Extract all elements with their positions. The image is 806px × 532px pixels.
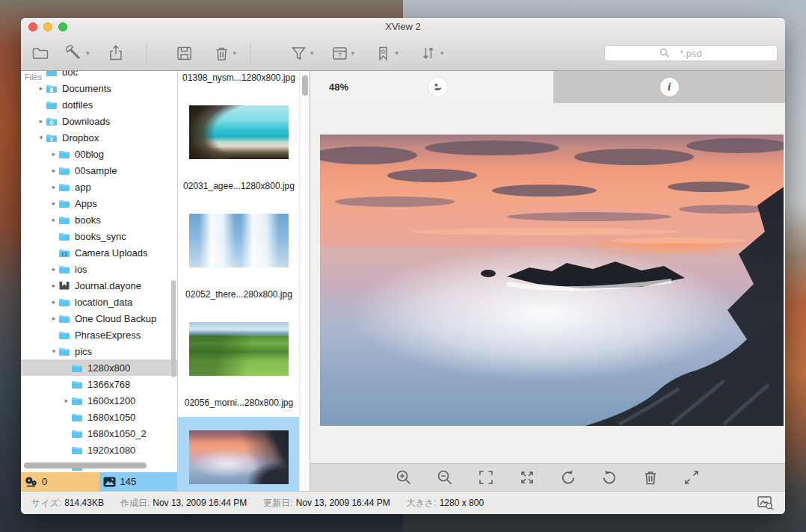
tree-item-app[interactable]: ▸app bbox=[21, 179, 177, 195]
thumbnail-scrollbar-thumb[interactable] bbox=[302, 75, 308, 96]
thumbnail-selection-zone[interactable] bbox=[178, 92, 300, 179]
thumbnail-image[interactable] bbox=[189, 430, 289, 484]
main-photo[interactable] bbox=[320, 134, 784, 426]
tree-item-1920x1080[interactable]: 1920x1080 bbox=[21, 442, 177, 458]
bookmark-filter-button[interactable]: ▾ bbox=[374, 44, 399, 63]
filter-button[interactable]: ▾ bbox=[289, 44, 314, 63]
titlebar[interactable]: XView 2 bbox=[21, 18, 785, 36]
tab-info-view[interactable]: i bbox=[553, 71, 785, 103]
rotate-left-button[interactable] bbox=[559, 468, 577, 486]
fit-to-window-button[interactable] bbox=[477, 468, 495, 486]
tree-item-doc[interactable]: doc bbox=[21, 71, 177, 80]
folder-sidebar: Files doc▸Documentsdotfiles▸Downloads▾Dr… bbox=[21, 71, 178, 491]
disclosure-triangle-icon[interactable]: ▾ bbox=[37, 134, 46, 141]
thumbnail-selection-zone[interactable] bbox=[178, 417, 300, 491]
viewer-canvas[interactable] bbox=[310, 103, 785, 463]
tree-item-PhraseExpress[interactable]: PhraseExpress bbox=[21, 327, 177, 343]
tree-item-Journal.dayone[interactable]: ▸Journal.dayone bbox=[21, 277, 177, 294]
thumbnail-image[interactable] bbox=[189, 322, 289, 376]
fullscreen-button[interactable] bbox=[683, 468, 701, 486]
tree-item-books[interactable]: ▸books bbox=[21, 211, 177, 228]
disclosure-triangle-icon[interactable]: ▸ bbox=[37, 84, 46, 92]
bookmark-star-icon bbox=[374, 44, 393, 63]
tree-item-dotfiles[interactable]: dotfiles bbox=[21, 96, 177, 113]
folder-icon bbox=[58, 232, 71, 241]
rotate-right-button[interactable] bbox=[600, 468, 618, 486]
folder-icon bbox=[58, 265, 71, 274]
dropdown-caret-icon: ▾ bbox=[310, 50, 314, 57]
search-field-wrap bbox=[604, 45, 778, 61]
tree-item-label: app bbox=[75, 182, 91, 193]
sidebar-horizontal-scrollbar[interactable] bbox=[24, 463, 147, 468]
zoom-out-button[interactable] bbox=[436, 468, 454, 486]
disclosure-triangle-icon[interactable]: ▸ bbox=[49, 282, 58, 289]
media-counts-bar: 0 145 bbox=[21, 472, 177, 491]
disclosure-triangle-icon[interactable]: ▸ bbox=[62, 397, 71, 404]
tree-item-1680x1050[interactable]: 1680x1050 bbox=[21, 409, 177, 425]
thumbnail-scrollbar-track[interactable] bbox=[299, 71, 310, 491]
tree-item-books_sync[interactable]: books_sync bbox=[21, 228, 177, 244]
image-viewer: 48% i bbox=[310, 71, 785, 491]
tree-item-label: 1280x800 bbox=[87, 362, 130, 374]
disclosure-triangle-icon[interactable]: ▸ bbox=[37, 117, 46, 125]
delete-image-button[interactable] bbox=[642, 468, 659, 486]
tree-item-Apps[interactable]: ▸Apps bbox=[21, 195, 177, 211]
movie-count-badge[interactable]: 0 bbox=[21, 472, 99, 491]
tree-item-location_data[interactable]: ▸location_data bbox=[21, 294, 177, 310]
tree-item-1280x800[interactable]: 1280x800 bbox=[21, 359, 177, 376]
thumbnail-image[interactable] bbox=[189, 214, 289, 267]
share-button[interactable] bbox=[106, 43, 126, 63]
image-zoom-icon[interactable] bbox=[757, 495, 775, 510]
delete-button[interactable]: ▾ bbox=[212, 44, 237, 63]
thumbnail-item[interactable]: 02031_agee...1280x800.jpg bbox=[178, 179, 300, 288]
disclosure-triangle-icon[interactable]: ▸ bbox=[49, 150, 58, 158]
tools-button[interactable]: ▾ bbox=[64, 43, 90, 63]
tree-item-label: Journal.dayone bbox=[75, 280, 141, 291]
save-button[interactable] bbox=[175, 44, 194, 63]
date-filter-button[interactable]: 7 ▾ bbox=[330, 44, 355, 63]
disclosure-triangle-icon[interactable]: ▸ bbox=[49, 183, 58, 191]
thumbnail-selection-zone[interactable] bbox=[178, 200, 300, 288]
search-input[interactable] bbox=[604, 45, 778, 61]
image-count: 145 bbox=[120, 476, 137, 487]
folder-tree: doc▸Documentsdotfiles▸Downloads▾Dropbox▸… bbox=[21, 71, 177, 474]
thumbnail-selection-zone[interactable] bbox=[178, 309, 300, 396]
zoom-fit-all-button[interactable] bbox=[518, 468, 536, 486]
tree-item-00sample[interactable]: ▸00sample bbox=[21, 162, 177, 179]
thumbnail-item[interactable]: 01398_nysm...1280x800.jpg bbox=[178, 71, 300, 179]
tree-item-Dropbox[interactable]: ▾Dropbox bbox=[21, 129, 177, 146]
tree-item-Camera Uploads[interactable]: Camera Uploads bbox=[21, 244, 177, 261]
disclosure-triangle-icon[interactable]: ▾ bbox=[49, 347, 58, 355]
open-folder-button[interactable] bbox=[31, 43, 50, 63]
tree-item-pics[interactable]: ▾pics bbox=[21, 343, 177, 359]
expand-arrows-icon bbox=[518, 468, 536, 486]
tree-item-1600x1200[interactable]: ▸1600x1200 bbox=[21, 392, 177, 409]
disclosure-triangle-icon[interactable]: ▸ bbox=[49, 200, 58, 207]
folder-icon bbox=[58, 330, 71, 340]
folder-dropbox-icon bbox=[46, 133, 58, 143]
sidebar-vertical-scrollbar[interactable] bbox=[171, 280, 176, 377]
disclosure-triangle-icon[interactable]: ▸ bbox=[49, 167, 58, 174]
tree-item-00blog[interactable]: ▸00blog bbox=[21, 146, 177, 162]
thumbnail-item[interactable]: 02052_there...280x800.jpg bbox=[178, 288, 300, 396]
disclosure-triangle-icon[interactable]: ▸ bbox=[49, 298, 58, 306]
folder-icon bbox=[58, 297, 71, 307]
sunset-seascape-photo bbox=[320, 134, 784, 426]
zoom-in-button[interactable] bbox=[395, 468, 413, 486]
disclosure-triangle-icon[interactable]: ▸ bbox=[49, 265, 58, 273]
sort-button[interactable]: ▾ bbox=[419, 43, 444, 63]
tree-item-One Cloud Backup[interactable]: ▸One Cloud Backup bbox=[21, 310, 177, 327]
tree-item-1366x768[interactable]: 1366x768 bbox=[21, 376, 177, 392]
thumbnail-filename: 01398_nysm...1280x800.jpg bbox=[178, 72, 300, 83]
tree-item-Documents[interactable]: ▸Documents bbox=[21, 80, 177, 96]
tree-item-ios[interactable]: ▸ios bbox=[21, 261, 177, 277]
disclosure-triangle-icon[interactable]: ▸ bbox=[49, 315, 58, 322]
tree-item-1680x1050_2[interactable]: 1680x1050_2 bbox=[21, 425, 177, 442]
disclosure-triangle-icon[interactable]: ▸ bbox=[49, 216, 58, 223]
thumbnail-item[interactable]: 02056_morni...280x800.jpg bbox=[178, 396, 300, 491]
tree-item-Downloads[interactable]: ▸Downloads bbox=[21, 113, 177, 129]
thumbnail-image[interactable] bbox=[189, 105, 289, 159]
tab-image-view[interactable]: 48% bbox=[310, 71, 553, 103]
image-count-badge[interactable]: 145 bbox=[99, 472, 178, 491]
dropdown-caret-icon: ▾ bbox=[440, 50, 444, 57]
